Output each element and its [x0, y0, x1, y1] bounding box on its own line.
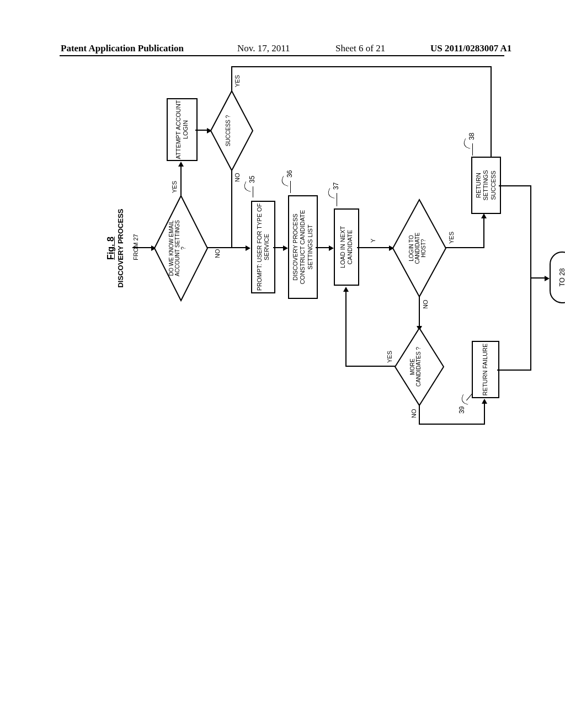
- arrowhead-icon: [178, 162, 184, 167]
- decision-know-settings-text: DO WE KNOW EMAIL ACCOUNT SETTINGS ?: [168, 218, 186, 279]
- edge-yes: YES: [234, 75, 241, 87]
- arrow: [483, 217, 484, 248]
- header-sheet: Sheet 6 of 21: [335, 43, 385, 54]
- arrow: [231, 66, 491, 67]
- ref-35: 35: [248, 176, 256, 183]
- arrow: [497, 370, 530, 371]
- arrow: [419, 297, 420, 326]
- edge-no: NO: [411, 409, 417, 419]
- ref-leader: [472, 143, 473, 156]
- ref-36: 36: [286, 170, 294, 178]
- arrow: [345, 366, 395, 367]
- arrow: [231, 66, 232, 91]
- arrow: [446, 247, 484, 248]
- process-return-failure: RETURN FAILURE: [472, 341, 499, 398]
- arrow: [345, 291, 347, 367]
- arrowhead-icon: [329, 245, 334, 251]
- decision-success-text: SUCCESS ?: [225, 114, 231, 147]
- edge-yes: YES: [448, 232, 455, 244]
- edge-y: Y: [370, 239, 376, 243]
- process-construct-candidates-text: DISCOVERY PROCESS CONSTRUCT CANDIDATE SE…: [292, 196, 314, 298]
- arrow: [484, 403, 485, 425]
- arrowhead-icon: [545, 276, 550, 281]
- decision-more-candidates-text: MORE CANDIDATES ?: [409, 345, 422, 389]
- arrow: [180, 165, 182, 196]
- arrow: [132, 247, 152, 248]
- process-return-success-text: RETURN SETTINGS SUCCESS: [475, 158, 497, 213]
- header-date: Nov. 17, 2011: [237, 43, 290, 54]
- arrowhead-icon: [481, 213, 487, 218]
- header-rule: [60, 55, 504, 56]
- ref-39: 39: [458, 406, 466, 414]
- edge-no: NO: [422, 300, 429, 309]
- edge-yes: YES: [386, 351, 393, 363]
- figure-number: Fig. 8: [106, 193, 116, 303]
- flowchart: Fig. 8 DISCOVERY PROCESS FROM 27 DO WE K…: [116, 83, 565, 414]
- header-pubno: US 2011/0283007 A1: [430, 43, 511, 54]
- arrow: [231, 170, 232, 248]
- process-prompt-type: PROMPT: USER FOR TYPE OF SERVICE: [251, 201, 275, 293]
- process-construct-candidates: DISCOVERY PROCESS CONSTRUCT CANDIDATE SE…: [288, 195, 318, 299]
- decision-login-host-text: LOGIN TO CANDIDATE HOST?: [408, 223, 427, 273]
- edge-no: NO: [214, 249, 221, 259]
- header-publication: Patent Application Publication: [61, 43, 184, 54]
- arrow: [207, 247, 232, 248]
- svg-marker-1: [211, 91, 253, 170]
- arrow: [273, 247, 284, 248]
- arrowhead-icon: [283, 245, 288, 251]
- terminator-to-28-text: TO 28: [558, 268, 565, 286]
- figure-title: DISCOVERY PROCESS: [117, 193, 125, 303]
- process-attempt-login-text: ATTEMPT ACCOUNT LOGIN: [175, 99, 189, 160]
- process-return-failure-text: RETURN FAILURE: [482, 344, 489, 396]
- arrow: [419, 424, 485, 425]
- arrowhead-icon: [246, 245, 250, 251]
- ref-leader: [337, 193, 337, 206]
- arrow: [530, 277, 546, 279]
- process-return-success: RETURN SETTINGS SUCCESS: [471, 157, 501, 214]
- edge-yes: YES: [171, 181, 178, 193]
- ref-38: 38: [468, 133, 476, 140]
- process-prompt-type-text: PROMPT: USER FOR TYPE OF SERVICE: [256, 202, 270, 292]
- arrow: [316, 247, 330, 248]
- process-load-next: LOAD IN NEXT CANDIDATE: [334, 208, 359, 286]
- ref-leader: [253, 186, 253, 197]
- process-load-next-text: LOAD IN NEXT CANDIDATE: [339, 210, 354, 285]
- process-attempt-login: ATTEMPT ACCOUNT LOGIN: [167, 98, 198, 161]
- arrow: [357, 247, 390, 248]
- ref-37: 37: [332, 183, 340, 190]
- arrow: [419, 405, 420, 425]
- arrowhead-icon: [482, 399, 487, 404]
- arrow: [195, 130, 208, 131]
- terminator-to-28: TO 28: [550, 251, 565, 303]
- ref-leader: [290, 181, 291, 193]
- arrowhead-icon: [343, 287, 349, 292]
- edge-no: NO: [234, 173, 241, 183]
- arrow: [231, 247, 247, 248]
- arrow: [499, 185, 530, 186]
